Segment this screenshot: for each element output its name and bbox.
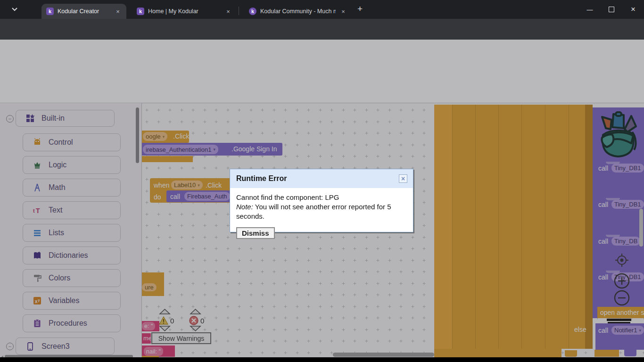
tab-close-icon[interactable]: × bbox=[224, 8, 232, 15]
tab-close-icon[interactable]: × bbox=[339, 8, 347, 15]
window-maximize-button[interactable] bbox=[601, 0, 622, 19]
dialog-titlebar: Runtime Error bbox=[230, 169, 413, 188]
tab-title: Home | My Kodular bbox=[148, 8, 221, 15]
tab-close-icon[interactable]: × bbox=[114, 8, 122, 15]
dialog-title: Runtime Error bbox=[236, 174, 287, 183]
bottom-black-strip bbox=[0, 357, 644, 362]
dialog-note: Note: You will not see another error rep… bbox=[236, 202, 407, 221]
browser-navbar: ← → creator.kodular.io/#5778470484312064… bbox=[0, 19, 644, 40]
tab-separator bbox=[239, 7, 239, 15]
browser-window: k Kodular Creator × k Home | My Kodular … bbox=[0, 0, 644, 362]
note-text: You will not see another error reported … bbox=[236, 203, 391, 220]
tab-home-my-kodular[interactable]: k Home | My Kodular × bbox=[132, 4, 237, 19]
tab-kodular-community[interactable]: k Kodular Community - Much mo × bbox=[244, 4, 352, 19]
kodular-favicon: k bbox=[46, 8, 54, 15]
tab-strip: k Kodular Creator × k Home | My Kodular … bbox=[0, 0, 644, 19]
window-close-button[interactable]: × bbox=[622, 0, 644, 19]
runtime-error-dialog: Runtime Error × Cannot find the componen… bbox=[230, 169, 413, 232]
new-tab-button[interactable]: + bbox=[357, 4, 363, 14]
tab-title: Kodular Creator bbox=[58, 8, 110, 15]
dismiss-button[interactable]: Dismiss bbox=[236, 227, 275, 239]
kodular-favicon: k bbox=[137, 8, 144, 15]
dialog-message: Cannot find the component: LPG bbox=[236, 193, 407, 202]
note-label: Note: bbox=[236, 203, 253, 211]
tab-search-icon[interactable] bbox=[11, 7, 18, 12]
dialog-close-icon[interactable]: × bbox=[399, 174, 407, 183]
kodular-favicon: k bbox=[249, 8, 256, 15]
dialog-body: Cannot find the component: LPG Note: You… bbox=[230, 188, 413, 221]
tab-title: Kodular Community - Much mo bbox=[260, 8, 336, 15]
window-minimize-button[interactable]: — bbox=[579, 0, 601, 19]
tab-kodular-creator[interactable]: k Kodular Creator × bbox=[41, 4, 126, 19]
